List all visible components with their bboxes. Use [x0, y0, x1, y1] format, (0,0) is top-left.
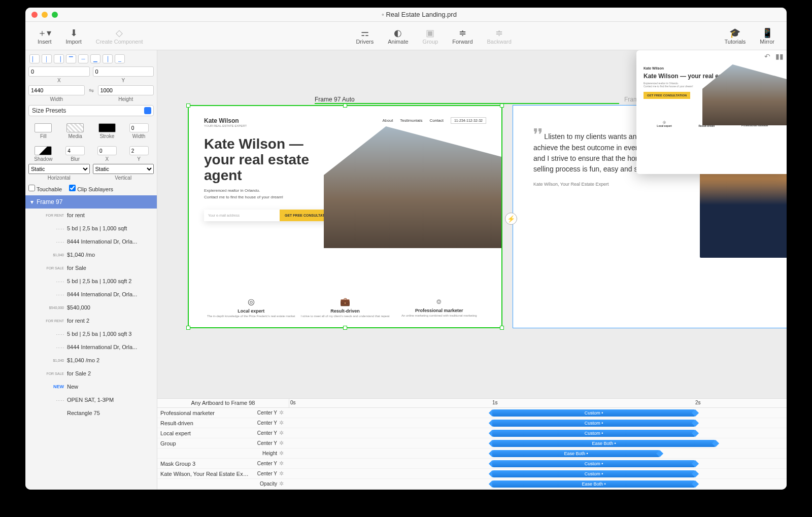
- forward-tool[interactable]: ≑Forward: [445, 27, 480, 45]
- animation-bar[interactable]: Custom •: [492, 460, 695, 467]
- layer-item[interactable]: FOR SALEfor Sale: [25, 261, 157, 274]
- animation-bar[interactable]: Custom •: [492, 409, 695, 417]
- layer-item[interactable]: FOR SALEfor Sale 2: [25, 367, 157, 380]
- preview-window[interactable]: ↶ ▮▮ Kate Wilson Kate Wilson — your real…: [636, 50, 787, 174]
- layer-item[interactable]: - - - -5 bd | 2,5 ba | 1,000 sqft: [25, 222, 157, 235]
- link-connector[interactable]: ⚡: [505, 213, 517, 225]
- gear-icon[interactable]: ✲: [279, 450, 289, 457]
- canvas[interactable]: Frame 97 Auto Frame 9 Kate WilsonYOUR RE…: [157, 50, 787, 398]
- frame-label[interactable]: Frame 97 Auto: [315, 96, 355, 103]
- tutorials-tool[interactable]: 🎓Tutorials: [718, 27, 753, 45]
- shadow-swatch[interactable]: [35, 146, 52, 155]
- inspector-panel: ▏ │ ▕ ▔ ─ ▁ ⎮ ⎯ X Y Width ⇋ Height: [25, 50, 157, 195]
- x-input[interactable]: [28, 66, 90, 77]
- lock-aspect-icon[interactable]: ⇋: [88, 85, 95, 102]
- animation-bar[interactable]: Ease Both •: [492, 450, 660, 457]
- minimize-button[interactable]: [42, 12, 48, 18]
- timeline-header[interactable]: Any Artboard to Frame 98: [157, 399, 289, 407]
- timeline-row[interactable]: Opacity✲Ease Both •: [157, 479, 787, 489]
- clip-sublayers-checkbox[interactable]: Clip Sublayers: [69, 185, 113, 192]
- create-component-tool[interactable]: ◇Create Component: [89, 27, 150, 45]
- size-presets-dropdown[interactable]: Size Presets: [28, 105, 154, 116]
- width-input[interactable]: [28, 85, 85, 95]
- fill-swatch[interactable]: [35, 123, 52, 132]
- layer-item[interactable]: FOR RENTfor rent: [25, 209, 157, 222]
- undo-icon[interactable]: ↶: [764, 52, 770, 60]
- timeline-row[interactable]: GroupCenter Y✲Ease Both •: [157, 438, 787, 449]
- animation-bar[interactable]: Custom •: [492, 470, 695, 477]
- gear-icon[interactable]: ✲: [279, 409, 289, 416]
- gear-icon[interactable]: ✲: [279, 460, 289, 467]
- layer-item[interactable]: - - - -5 bd | 2,5 ba | 1,000 sqft 3: [25, 327, 157, 340]
- timeline-row[interactable]: Mask Group 3Center Y✲Custom •: [157, 459, 787, 469]
- timeline-row[interactable]: Result-drivenCenter Y✲Custom •: [157, 418, 787, 428]
- close-button[interactable]: [31, 12, 38, 18]
- stroke-swatch[interactable]: [98, 123, 116, 132]
- layer-item[interactable]: $1,040$1,040 /mo 2: [25, 354, 157, 367]
- vertical-constraint[interactable]: Static: [93, 164, 154, 174]
- mockup-content: Kate WilsonYOUR REAL ESTATE EXPERT About…: [189, 106, 501, 327]
- layer-item[interactable]: - - - -5 bd | 2,5 ba | 1,000 sqft 2: [25, 274, 157, 288]
- horizontal-constraint[interactable]: Static: [28, 164, 90, 174]
- distribute-h-btn[interactable]: ⎮: [103, 54, 113, 63]
- artboard-frame-97[interactable]: Kate WilsonYOUR REAL ESTATE EXPERT About…: [188, 105, 502, 328]
- timeline-tick: 0s: [290, 400, 296, 405]
- backward-tool[interactable]: ≑Backward: [480, 27, 519, 45]
- timeline-row[interactable]: Local expertCenter Y✲Custom •: [157, 428, 787, 438]
- zoom-button[interactable]: [52, 12, 58, 18]
- badge-icon: ⌾: [392, 297, 486, 306]
- pin-icon: ◎: [657, 120, 671, 124]
- media-swatch[interactable]: [66, 123, 84, 132]
- mirror-tool[interactable]: 📱Mirror: [753, 27, 782, 45]
- distribute-v-btn[interactable]: ⎯: [115, 54, 125, 63]
- layer-item[interactable]: - - - -8444 International Dr, Orla...: [25, 340, 157, 354]
- layer-item[interactable]: Rectangle 75: [25, 406, 157, 420]
- layer-item[interactable]: - - - -8444 International Dr, Orla...: [25, 288, 157, 301]
- layer-item[interactable]: - - - -OPEN SAT, 1-3PM: [25, 393, 157, 406]
- blur-input[interactable]: [65, 146, 85, 155]
- hero-heading: Kate Wilson — your real estate agent: [204, 136, 336, 183]
- align-right-btn[interactable]: ▕: [54, 54, 64, 63]
- stroke-width-input[interactable]: [129, 123, 149, 132]
- layer-item[interactable]: NEWNew: [25, 380, 157, 393]
- gear-icon[interactable]: ✲: [279, 430, 289, 436]
- timeline-tick: 2s: [695, 400, 701, 405]
- gear-icon[interactable]: ✲: [279, 480, 289, 487]
- timeline-row[interactable]: Professional marketerCenter Y✲Custom •: [157, 408, 787, 418]
- align-center-h-btn[interactable]: │: [42, 54, 52, 63]
- align-top-btn[interactable]: ▔: [66, 54, 76, 63]
- layer-panel-header[interactable]: ▾Frame 97: [25, 195, 157, 209]
- touchable-checkbox[interactable]: Touchable: [28, 185, 62, 192]
- y-input[interactable]: [93, 66, 154, 77]
- animation-bar[interactable]: Custom •: [492, 420, 695, 427]
- import-tool[interactable]: ⬇Import: [59, 27, 89, 45]
- briefcase-icon: 💼: [298, 297, 392, 306]
- align-middle-btn[interactable]: ─: [78, 54, 88, 63]
- quote-attribution: Kate Wilson, Your Real Estate Expert: [533, 182, 690, 187]
- animate-tool[interactable]: ◐Animate: [381, 27, 415, 45]
- align-left-btn[interactable]: ▏: [29, 54, 40, 63]
- insert-tool[interactable]: ＋▾Insert: [30, 27, 59, 45]
- gear-icon[interactable]: ✲: [279, 440, 289, 446]
- group-tool[interactable]: ▣Group: [416, 27, 446, 45]
- timeline-row[interactable]: Kate Wilson, Your Real Estate ExpertCent…: [157, 469, 787, 479]
- toolbar: ＋▾Insert ⬇Import ◇Create Component ⚎Driv…: [25, 22, 787, 50]
- quote-icon: ❜❜: [533, 126, 543, 142]
- align-bottom-btn[interactable]: ▁: [90, 54, 100, 63]
- gear-icon[interactable]: ✲: [279, 470, 289, 477]
- animation-bar[interactable]: Ease Both •: [492, 440, 716, 447]
- layer-item[interactable]: FOR RENTfor rent 2: [25, 314, 157, 327]
- shadow-x-input[interactable]: [97, 146, 117, 155]
- gear-icon[interactable]: ✲: [279, 420, 289, 426]
- timeline-row[interactable]: Height✲Ease Both •: [157, 449, 787, 459]
- layer-item[interactable]: $1,040$1,040 /mo: [25, 248, 157, 261]
- timeline-panel: Any Artboard to Frame 98 0s 1s 2s Profes…: [157, 398, 787, 490]
- shadow-y-input[interactable]: [129, 146, 149, 155]
- layer-item[interactable]: - - - -8444 International Dr, Orla...: [25, 235, 157, 248]
- animation-bar[interactable]: Ease Both •: [492, 480, 695, 488]
- layer-item[interactable]: $540,000$540,000: [25, 301, 157, 314]
- animation-bar[interactable]: Custom •: [492, 430, 695, 437]
- height-input[interactable]: [98, 85, 154, 95]
- camera-icon[interactable]: ▮▮: [775, 52, 784, 60]
- drivers-tool[interactable]: ⚎Drivers: [349, 27, 381, 45]
